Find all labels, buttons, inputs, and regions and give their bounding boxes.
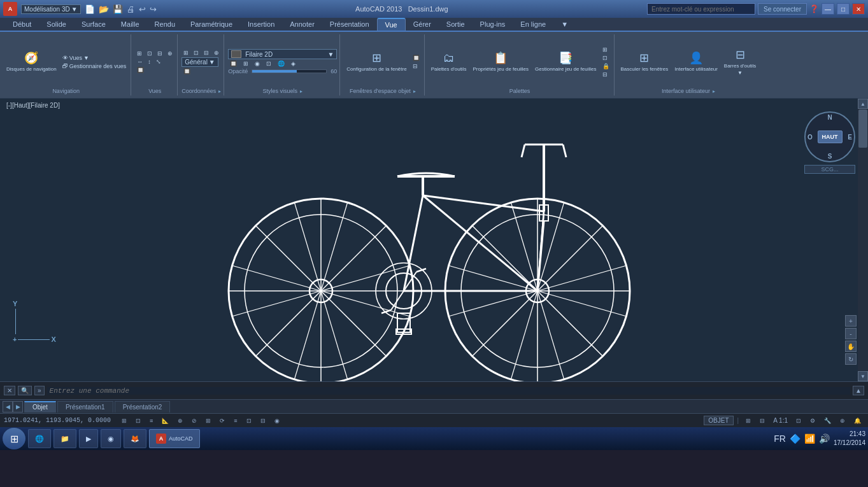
compass-ring[interactable]: N S E O HAUT [804,111,855,162]
view-btn-7[interactable]: ⤡ [154,58,163,66]
tab-solide[interactable]: Solide [39,18,74,31]
tab-objet[interactable]: Objet [24,401,56,413]
status-btn-sc[interactable]: ◉ [271,416,283,425]
help-icon[interactable]: ❓ [809,4,819,13]
connect-button[interactable]: Se connecter [758,3,807,15]
new-icon[interactable]: 📄 [85,4,95,14]
status-btn-snap[interactable]: ⊡ [132,416,144,425]
coord-btn-4[interactable]: ⊕ [212,49,221,57]
open-icon[interactable]: 📂 [99,4,109,14]
save-icon[interactable]: 💾 [113,4,123,14]
network-icon[interactable]: 📶 [804,434,815,444]
scroll-down-button[interactable]: ▼ [858,371,868,381]
status-setting3[interactable]: ⊕ [837,416,848,425]
view-btn-8[interactable]: 🔲 [135,66,146,74]
bluetooth-icon[interactable]: 🔷 [790,434,800,444]
print-icon[interactable]: 🖨 [127,4,135,14]
palette-btn-3[interactable]: 🔒 [601,62,611,70]
tab-parametrique[interactable]: Paramétrique [183,18,240,31]
status-btn-ortho[interactable]: ≡ [146,416,156,425]
view-btn-1[interactable]: ⊞ [135,50,144,57]
tab-scroll-left[interactable]: ◀ [3,401,13,413]
undo-icon[interactable]: ↩ [139,4,146,14]
mode-dropdown[interactable]: Modélisation 3D ▼ [21,4,81,14]
taskbar-firefox[interactable]: 🦊 [124,429,146,448]
tab-presentation2[interactable]: Présentation2 [115,401,171,413]
taskbar-ie[interactable]: 🌐 [28,429,51,448]
gestionnaire-vues-button[interactable]: 🗗 Gestionnaire des vues [60,62,129,70]
nav-center-button[interactable]: HAUT [818,131,843,143]
start-button[interactable]: ⊞ [3,428,25,449]
view-btn-2[interactable]: ⊡ [145,50,154,57]
style-btn-5[interactable]: 🌐 [276,60,287,67]
fenetres-expand[interactable]: ▸ [413,88,416,94]
coord-btn-2[interactable]: ⊡ [192,49,201,57]
search-input[interactable] [647,3,755,15]
general-dropdown[interactable]: Général ▼ [181,57,218,67]
status-btn-lw[interactable]: ≡ [231,416,240,425]
fenetre-btn-2[interactable]: ⊟ [411,62,422,70]
command-input[interactable] [47,387,851,395]
clock[interactable]: 21:43 17/12/2014 [834,430,865,448]
status-scale-btn[interactable]: ⊡ [793,416,804,425]
tab-vue[interactable]: Vue [377,18,406,31]
view-btn-3[interactable]: ⊟ [155,50,164,57]
cmd-search-btn[interactable]: 🔍 [18,386,32,395]
status-btn-otrack[interactable]: ⊘ [189,416,200,425]
palette-btn-2[interactable]: ⊡ [601,54,611,62]
zoom-in-btn[interactable]: + [845,315,857,327]
view-btn-4[interactable]: ⊕ [166,50,174,57]
opacity-slider[interactable] [252,69,327,73]
tab-en-ligne[interactable]: En ligne [513,18,553,31]
vues-button[interactable]: 👁 Vues ▼ [60,54,129,62]
status-btn-qp[interactable]: ⊟ [257,416,269,425]
interface-expand[interactable]: ▸ [713,88,715,94]
status-setting1[interactable]: ⚙ [807,416,818,425]
style-btn-3[interactable]: ◉ [253,60,262,67]
status-setting2[interactable]: 🔧 [821,416,834,425]
taskbar-explorer[interactable]: 📁 [53,429,76,448]
style-btn-6[interactable]: ◈ [289,60,297,67]
zoom-out-btn[interactable]: - [845,328,857,339]
status-viewport-btn[interactable]: ⊞ [743,416,754,425]
view-btn-6[interactable]: ↕ [146,58,153,66]
palette-btn-1[interactable]: ⊞ [601,46,611,53]
tab-presentation1[interactable]: Présentation1 [57,401,113,413]
status-btn-grid[interactable]: ⊞ [118,416,130,425]
pan-btn[interactable]: ✋ [845,341,857,352]
coordonnees-expand[interactable]: ▸ [218,88,221,94]
minimize-button[interactable]: — [822,3,834,15]
barres-outils-button[interactable]: ⊟ Barres d'outils ▼ [722,41,758,82]
tab-extra[interactable]: ▼ [553,18,576,31]
tab-maille[interactable]: Maille [113,18,147,31]
scroll-up-button[interactable]: ▲ [858,99,868,109]
status-viewport-btn2[interactable]: ⊟ [757,416,768,425]
restore-button[interactable]: □ [837,3,850,15]
redo-icon[interactable]: ↪ [150,4,157,14]
tab-rendu[interactable]: Rendu [147,18,183,31]
status-setting4[interactable]: 🔔 [851,416,864,425]
gestionnaire-jeu-button[interactable]: 📑 Gestionnaire jeu de feuilles [532,41,599,82]
cmd-scroll-up[interactable]: ▲ [853,386,864,395]
tab-insertion[interactable]: Insertion [240,18,282,31]
proprietes-button[interactable]: 📋 Propriétés jeu de feuilles [470,41,531,82]
close-button[interactable]: ✕ [852,3,865,15]
cmd-prompt-btn[interactable]: » [34,386,45,395]
drawing-canvas[interactable]: [-][Haut][Filaire 2D] [0,99,868,381]
tab-surface[interactable]: Surface [74,18,113,31]
cmd-close-btn[interactable]: ✕ [4,386,15,395]
taskbar-autocad[interactable]: A AutoCAD [149,429,200,448]
tab-sortie[interactable]: Sortie [439,18,473,31]
taskbar-chrome[interactable]: ◉ [101,429,121,448]
coord-icon-1[interactable]: 🔲 [181,67,192,75]
tab-scroll-right[interactable]: ▶ [13,401,23,413]
style-btn-2[interactable]: ⊞ [241,60,250,67]
status-btn-tp[interactable]: ⊡ [243,416,255,425]
status-btn-ducs[interactable]: ⊞ [203,416,214,425]
visual-style-dropdown[interactable]: Filaire 2D ▼ [228,49,337,59]
status-btn-osnap[interactable]: ⊕ [174,416,186,425]
tab-debut[interactable]: Début [5,18,39,31]
scroll-track[interactable] [858,109,868,371]
palette-btn-4[interactable]: ⊟ [601,71,611,78]
volume-icon[interactable]: 🔊 [819,434,830,444]
